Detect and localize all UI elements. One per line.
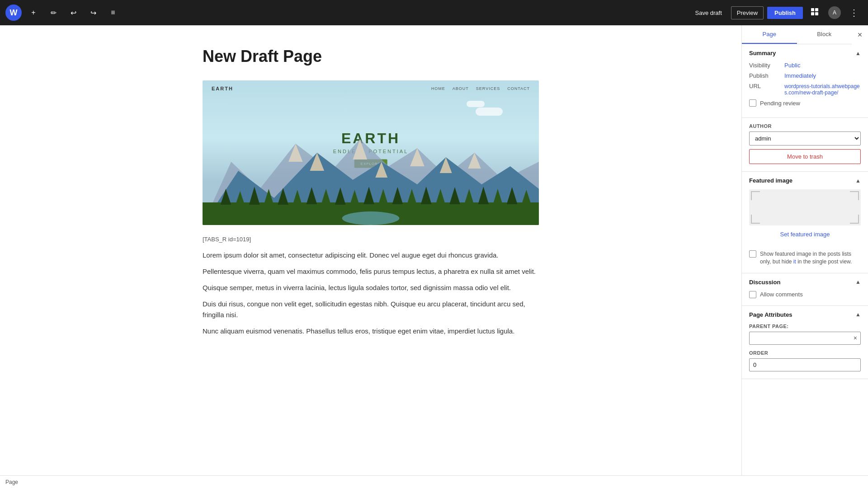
- visibility-value[interactable]: Public: [784, 62, 800, 69]
- featured-image-block[interactable]: EARTH HOME ABOUT SERVICES CONTACT EARTH …: [203, 80, 539, 225]
- toolbar-left: W + ✏ ↩ ↪ ≡: [5, 5, 686, 21]
- earth-nav-services: SERVICES: [476, 86, 500, 91]
- pending-review-row: Pending review: [749, 99, 861, 107]
- earth-logo: EARTH: [212, 86, 233, 91]
- cloud-2: [467, 101, 485, 107]
- featured-image-content: Set featured image: [742, 189, 868, 247]
- paragraph-5[interactable]: Nunc aliquam euismod venenatis. Phasellu…: [203, 326, 539, 337]
- summary-title: Summary: [749, 50, 776, 56]
- discussion-chevron-icon: ▲: [855, 279, 861, 285]
- tab-block[interactable]: Block: [797, 25, 852, 44]
- earth-nav-about: ABOUT: [453, 86, 469, 91]
- move-to-trash-button[interactable]: Move to trash: [749, 149, 861, 164]
- featured-image-header[interactable]: Featured image ▲: [742, 172, 868, 189]
- more-icon: ⋮: [849, 7, 859, 18]
- fi-hide-single-checkbox[interactable]: [749, 250, 756, 258]
- author-section-content: AUTHOR admin Move to trash: [742, 118, 868, 171]
- sidebar: Page Block × Summary ▲ Visibility Public…: [741, 25, 868, 488]
- settings-button[interactable]: [807, 5, 823, 21]
- url-label: URL: [749, 83, 781, 89]
- svg-rect-2: [811, 12, 814, 15]
- tools-button[interactable]: ≡: [105, 5, 121, 21]
- discussion-section-content: Allow comments: [742, 291, 868, 305]
- featured-image-title: Featured image: [749, 177, 793, 184]
- sidebar-tabs: Page Block: [742, 25, 852, 44]
- publish-row: Publish Immediately: [749, 72, 861, 79]
- featured-image-chevron-icon: ▲: [855, 178, 861, 184]
- visibility-label: Visibility: [749, 62, 781, 69]
- discussion-section-header[interactable]: Discussion ▲: [742, 273, 868, 291]
- fi-corner-bl: [751, 215, 760, 224]
- publish-button[interactable]: Publish: [767, 7, 803, 19]
- undo-icon: ↩: [71, 9, 76, 17]
- publish-label: Publish: [749, 72, 781, 79]
- page-title[interactable]: New Draft Page: [203, 47, 539, 66]
- toolbar: W + ✏ ↩ ↪ ≡ Save draft Preview Publish A: [0, 0, 868, 25]
- svg-point-36: [342, 211, 400, 225]
- page-attributes-header[interactable]: Page Attributes ▲: [742, 306, 868, 324]
- status-page-label: Page: [5, 479, 18, 485]
- svg-rect-0: [811, 8, 814, 11]
- user-avatar-button[interactable]: A: [826, 5, 843, 21]
- fi-corner-tl: [751, 191, 760, 200]
- earth-nav: EARTH HOME ABOUT SERVICES CONTACT: [203, 80, 539, 97]
- summary-section-content: Visibility Public Publish Immediately UR…: [742, 62, 868, 117]
- paragraph-3-text: Quisque semper, metus in viverra lacinia…: [203, 284, 511, 291]
- featured-image-placeholder: [749, 189, 861, 225]
- paragraph-3[interactable]: Quisque semper, metus in viverra lacinia…: [203, 282, 539, 293]
- shortcode-text: [TABS_R id=1019]: [203, 236, 251, 243]
- paragraph-4-text: Duis dui risus, congue non velit eget, s…: [203, 300, 525, 319]
- svg-rect-3: [815, 12, 818, 15]
- fi-checkbox-row: Show featured image in the posts lists o…: [742, 250, 868, 273]
- mountains-svg: [203, 126, 539, 225]
- editor-area[interactable]: New Draft Page EARTH HOME ABOUT SERVICES: [0, 25, 741, 488]
- url-value[interactable]: wordpress-tutorials.ahwebpages.com/new-d…: [784, 83, 861, 96]
- save-draft-button[interactable]: Save draft: [690, 7, 727, 19]
- summary-section-header[interactable]: Summary ▲: [742, 44, 868, 62]
- preview-button[interactable]: Preview: [731, 6, 764, 19]
- shortcode-block[interactable]: [TABS_R id=1019]: [203, 236, 539, 243]
- allow-comments-checkbox[interactable]: [749, 291, 756, 298]
- edit-button[interactable]: ✏: [45, 5, 61, 21]
- earth-nav-links: HOME ABOUT SERVICES CONTACT: [431, 86, 530, 91]
- undo-button[interactable]: ↩: [65, 5, 81, 21]
- earth-scene: EARTH HOME ABOUT SERVICES CONTACT EARTH …: [203, 80, 539, 225]
- parent-page-clear-button[interactable]: ×: [854, 334, 857, 342]
- sidebar-close-button[interactable]: ×: [852, 27, 868, 43]
- toolbar-right: Save draft Preview Publish A ⋮: [690, 5, 863, 21]
- redo-icon: ↪: [90, 9, 96, 17]
- paragraph-4[interactable]: Duis dui risus, congue non velit eget, s…: [203, 299, 539, 320]
- author-select[interactable]: admin: [749, 131, 861, 145]
- redo-button[interactable]: ↪: [85, 5, 101, 21]
- discussion-section: Discussion ▲ Allow comments: [742, 273, 868, 306]
- parent-page-input[interactable]: [749, 332, 861, 345]
- svg-rect-1: [815, 8, 818, 11]
- page-attributes-content: PARENT PAGE: × ORDER: [742, 324, 868, 379]
- set-featured-image-button[interactable]: Set featured image: [749, 229, 861, 239]
- paragraph-2[interactable]: Pellentesque viverra, quam vel maximus c…: [203, 266, 539, 277]
- wp-logo-icon[interactable]: W: [5, 5, 22, 21]
- url-row: URL wordpress-tutorials.ahwebpages.com/n…: [749, 83, 861, 96]
- settings-icon: [810, 7, 819, 18]
- pending-review-label: Pending review: [760, 100, 800, 107]
- paragraph-1-text: Lorem ipsum dolor sit amet, consectetur …: [203, 251, 499, 259]
- pending-review-checkbox[interactable]: [749, 99, 756, 107]
- editor-content: New Draft Page EARTH HOME ABOUT SERVICES: [181, 47, 561, 337]
- cloud-1: [476, 108, 503, 116]
- fi-checkbox-label: Show featured image in the posts lists o…: [760, 250, 861, 266]
- tab-page[interactable]: Page: [742, 25, 797, 44]
- sidebar-tabs-wrapper: Page Block ×: [742, 25, 868, 44]
- fi-corner-br: [850, 215, 859, 224]
- add-block-button[interactable]: +: [25, 5, 42, 21]
- user-avatar-icon: A: [828, 6, 841, 19]
- paragraph-1[interactable]: Lorem ipsum dolor sit amet, consectetur …: [203, 250, 539, 261]
- publish-value[interactable]: Immediately: [784, 72, 816, 79]
- paragraph-5-text: Nunc aliquam euismod venenatis. Phasellu…: [203, 327, 514, 335]
- fi-corner-tr: [850, 191, 859, 200]
- author-section: AUTHOR admin Move to trash: [742, 118, 868, 172]
- paragraph-2-text: Pellentesque viverra, quam vel maximus c…: [203, 267, 536, 275]
- order-input[interactable]: [749, 358, 861, 371]
- more-options-button[interactable]: ⋮: [846, 5, 863, 21]
- page-attributes-title: Page Attributes: [749, 311, 793, 318]
- discussion-title: Discussion: [749, 279, 780, 286]
